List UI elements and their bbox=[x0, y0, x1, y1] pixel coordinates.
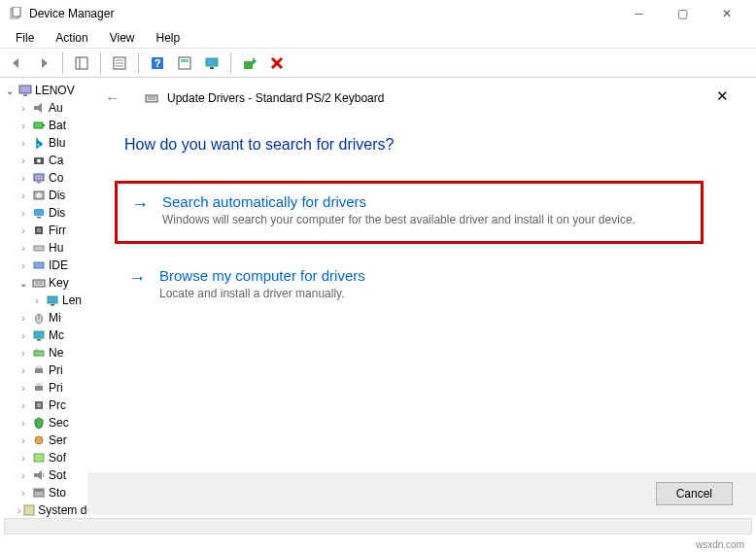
option-title: Browse my computer for drivers bbox=[159, 267, 690, 284]
tree-item[interactable]: ›Dis bbox=[4, 187, 87, 204]
tree-item-label: Sot bbox=[49, 468, 66, 482]
enable-icon[interactable] bbox=[239, 52, 260, 74]
chevron-icon[interactable]: › bbox=[17, 243, 29, 254]
tree-item[interactable]: ›IDE bbox=[4, 257, 87, 274]
tree-item[interactable]: ›Firr bbox=[4, 222, 87, 239]
network-icon bbox=[31, 345, 47, 361]
chevron-icon[interactable]: › bbox=[17, 470, 29, 481]
display-icon bbox=[31, 205, 47, 221]
tree-item-label: Key bbox=[49, 276, 69, 290]
tree-item[interactable]: ›Prc bbox=[4, 397, 87, 414]
chevron-icon[interactable]: › bbox=[17, 121, 29, 131]
show-hide-icon[interactable] bbox=[71, 52, 92, 74]
tree-item[interactable]: ›Sec bbox=[4, 414, 87, 431]
chevron-icon[interactable]: › bbox=[17, 383, 29, 394]
menu-action[interactable]: Action bbox=[46, 29, 97, 47]
menu-file[interactable]: File bbox=[6, 29, 44, 47]
tree-item[interactable]: ⌄Key bbox=[4, 274, 87, 292]
tree-item[interactable]: ›Bat bbox=[4, 117, 87, 134]
monitor-icon bbox=[31, 328, 47, 343]
chevron-icon[interactable]: › bbox=[17, 208, 29, 219]
option-desc: Windows will search your computer for th… bbox=[162, 212, 687, 227]
chevron-icon[interactable]: › bbox=[17, 190, 29, 201]
option-browse-computer[interactable]: → Browse my computer for drivers Locate … bbox=[115, 258, 704, 315]
chevron-icon[interactable]: › bbox=[31, 295, 43, 306]
keyboard-icon bbox=[144, 90, 159, 106]
chevron-icon[interactable]: › bbox=[17, 488, 29, 499]
properties-icon[interactable] bbox=[109, 52, 130, 74]
svg-rect-36 bbox=[51, 304, 54, 306]
tree-item[interactable]: ›Dis bbox=[4, 204, 87, 222]
svg-rect-22 bbox=[34, 174, 44, 181]
chevron-icon[interactable]: › bbox=[17, 155, 29, 166]
tree-item-label: Dis bbox=[49, 206, 65, 220]
sound-icon bbox=[31, 467, 47, 483]
app-icon bbox=[8, 6, 23, 21]
dialog-back-button[interactable]: ← bbox=[105, 89, 120, 107]
tree-item[interactable]: ›Ser bbox=[4, 431, 87, 449]
dialog-close-button[interactable]: ✕ bbox=[716, 87, 729, 105]
tree-item[interactable]: ›Sto bbox=[4, 484, 87, 501]
svg-point-21 bbox=[37, 159, 41, 163]
cancel-button[interactable]: Cancel bbox=[656, 482, 733, 505]
tree-item[interactable]: ›Au bbox=[4, 99, 87, 117]
chevron-icon[interactable]: › bbox=[17, 365, 29, 376]
chevron-icon[interactable]: › bbox=[17, 313, 29, 324]
tree-item[interactable]: ›Sof bbox=[4, 449, 87, 466]
chevron-icon[interactable]: › bbox=[17, 103, 29, 114]
tree-item[interactable]: ›Mi bbox=[4, 309, 87, 327]
tree-item[interactable]: ›Co bbox=[4, 169, 87, 187]
chevron-icon[interactable]: › bbox=[17, 348, 29, 359]
svg-rect-44 bbox=[36, 365, 42, 368]
uninstall-icon[interactable] bbox=[266, 52, 288, 74]
system-icon bbox=[22, 502, 36, 518]
chevron-icon[interactable]: › bbox=[17, 138, 29, 149]
tree-item[interactable]: ›Pri bbox=[4, 362, 87, 379]
chevron-icon[interactable]: › bbox=[17, 418, 29, 429]
menu-view[interactable]: View bbox=[100, 29, 145, 47]
chevron-icon[interactable]: › bbox=[17, 453, 29, 464]
tree-item[interactable]: ›Blu bbox=[4, 134, 87, 152]
forward-icon[interactable] bbox=[33, 52, 54, 74]
tree-item-label: Pri bbox=[49, 381, 63, 395]
tree-item[interactable]: ›Ca bbox=[4, 152, 87, 169]
chevron-icon[interactable]: › bbox=[17, 400, 29, 411]
scan-icon[interactable] bbox=[174, 52, 195, 74]
svg-rect-45 bbox=[35, 386, 43, 391]
svg-rect-40 bbox=[37, 339, 41, 341]
tree-root[interactable]: ⌄ LENOV bbox=[4, 82, 87, 99]
chevron-icon[interactable]: › bbox=[17, 225, 29, 236]
back-icon[interactable] bbox=[6, 52, 27, 74]
tree-item[interactable]: ›Mc bbox=[4, 327, 87, 344]
maximize-button[interactable]: ▢ bbox=[661, 0, 704, 27]
tree-root-label: LENOV bbox=[35, 84, 75, 97]
menu-help[interactable]: Help bbox=[147, 29, 190, 47]
tree-item[interactable]: ›Hu bbox=[4, 239, 87, 257]
tree-item-label: IDE bbox=[49, 259, 68, 272]
minimize-button[interactable]: ─ bbox=[617, 0, 661, 27]
svg-rect-41 bbox=[34, 351, 44, 356]
tree-item-label: Mc bbox=[49, 328, 64, 342]
svg-rect-10 bbox=[179, 57, 190, 69]
tree-item[interactable]: ›Ne bbox=[4, 344, 87, 362]
chevron-icon[interactable]: › bbox=[17, 330, 29, 341]
svg-rect-15 bbox=[19, 86, 31, 93]
device-tree[interactable]: ⌄ LENOV ›Au›Bat›Blu›Ca›Co›Dis›Dis›Firr›H… bbox=[0, 78, 87, 533]
monitor-icon[interactable] bbox=[201, 52, 223, 74]
chevron-icon[interactable]: › bbox=[17, 435, 29, 446]
chevron-down-icon[interactable]: ⌄ bbox=[4, 86, 16, 96]
tree-item[interactable]: ›Sot bbox=[4, 466, 87, 484]
option-search-automatically[interactable]: → Search automatically for drivers Windo… bbox=[115, 181, 704, 244]
chevron-icon[interactable]: › bbox=[17, 173, 29, 184]
horizontal-scrollbar[interactable] bbox=[4, 518, 752, 535]
tree-item-label: Prc bbox=[49, 398, 66, 412]
chevron-right-icon[interactable]: › bbox=[17, 505, 20, 516]
close-button[interactable]: ✕ bbox=[704, 0, 748, 27]
software-icon bbox=[31, 450, 47, 466]
help-icon[interactable]: ? bbox=[147, 52, 168, 74]
chevron-icon[interactable]: › bbox=[17, 260, 29, 271]
tree-item[interactable]: › System devices bbox=[4, 501, 87, 519]
tree-item[interactable]: ›Len bbox=[4, 292, 87, 309]
chevron-icon[interactable]: ⌄ bbox=[17, 278, 29, 289]
tree-item[interactable]: ›Pri bbox=[4, 379, 87, 397]
